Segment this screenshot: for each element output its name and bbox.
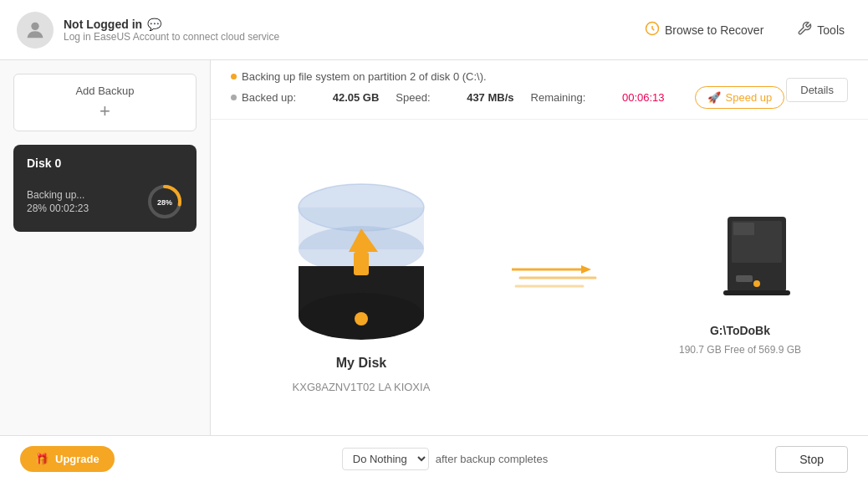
disk-item-backing: Backing up...: [27, 189, 89, 201]
svg-rect-24: [733, 223, 754, 235]
details-button[interactable]: Details: [786, 78, 848, 102]
speed-up-button[interactable]: 🚀 Speed up: [695, 86, 785, 109]
svg-marker-18: [581, 265, 591, 274]
user-status-text: Not Logged in: [64, 18, 142, 31]
header-actions: Browse to Recover Tools: [638, 18, 851, 42]
stop-button[interactable]: Stop: [775, 446, 848, 473]
disk-item[interactable]: Disk 0 Backing up... 28% 00:02:23 28%: [13, 145, 197, 232]
details-label: Details: [800, 84, 834, 96]
status-dot: [231, 95, 237, 100]
disk-item-title: Disk 0: [27, 156, 183, 170]
status-info-row: Backed up: 42.05 GB Speed: 437 MB/s Rema…: [242, 86, 784, 109]
disk-circle: 28%: [146, 183, 183, 220]
after-backup-text: after backup completes: [436, 453, 548, 465]
source-disk-svg: [278, 162, 445, 346]
svg-rect-14: [354, 252, 369, 275]
viz-area: My Disk KXG8AZNV1T02 LA KIOXIA: [211, 120, 868, 435]
sidebar: Add Backup + Disk 0 Backing up... 28% 00…: [0, 60, 211, 435]
upgrade-icon: 🎁: [35, 453, 49, 465]
remaining-label: Remaining:: [531, 91, 586, 104]
add-backup-button[interactable]: Add Backup +: [13, 74, 197, 131]
do-nothing-select[interactable]: Do Nothing: [342, 448, 429, 470]
user-icon: [23, 18, 47, 42]
status-right: Details: [786, 78, 848, 102]
add-backup-label: Add Backup: [75, 85, 134, 97]
dest-viz: G:\ToDoBk 190.7 GB Free of 569.9 GB: [679, 200, 801, 356]
app-header: Not Logged in 💬 Log in EaseUS Account to…: [0, 0, 868, 60]
svg-point-12: [355, 312, 368, 326]
dest-disk-svg: [682, 200, 799, 317]
upgrade-label: Upgrade: [55, 453, 100, 465]
remaining-value: 00:06:13: [622, 91, 665, 104]
user-section: Not Logged in 💬 Log in EaseUS Account to…: [17, 12, 279, 49]
svg-point-0: [31, 22, 38, 29]
source-disk-sub: KXG8AZNV1T02 LA KIOXIA: [293, 381, 431, 393]
status-line-1: Backing up file system on partition 2 of…: [231, 70, 784, 83]
upgrade-button[interactable]: 🎁 Upgrade: [20, 446, 115, 472]
backed-up-label: Backed up:: [242, 91, 296, 104]
transfer-indicator: [512, 261, 612, 295]
tools-label: Tools: [817, 23, 845, 37]
disk-item-status: Backing up... 28% 00:02:23: [27, 189, 89, 214]
status-dot-active: [231, 74, 237, 79]
svg-text:28%: 28%: [157, 198, 172, 207]
user-info: Not Logged in 💬 Log in EaseUS Account to…: [64, 18, 279, 43]
backed-up-value: 42.05 GB: [333, 91, 380, 104]
svg-point-22: [753, 280, 760, 287]
footer-center: Do Nothing after backup completes: [342, 448, 548, 470]
browse-recover-button[interactable]: Browse to Recover: [638, 18, 770, 42]
tools-button[interactable]: Tools: [790, 18, 851, 42]
plus-icon: +: [100, 102, 110, 120]
user-subtitle: Log in EaseUS Account to connect cloud s…: [64, 31, 279, 43]
rocket-icon: 🚀: [707, 91, 721, 104]
browse-recover-icon: [645, 21, 660, 38]
status-line1-text: Backing up file system on partition 2 of…: [242, 70, 487, 83]
source-disk-label: My Disk: [336, 356, 386, 371]
speed-label: Speed:: [396, 91, 430, 104]
user-status: Not Logged in 💬: [64, 18, 279, 31]
status-bar: Backing up file system on partition 2 of…: [211, 60, 868, 120]
speed-up-label: Speed up: [726, 91, 773, 104]
status-line-2: Backed up: 42.05 GB Speed: 437 MB/s Rema…: [231, 86, 784, 109]
stop-label: Stop: [799, 453, 824, 466]
main-content: Add Backup + Disk 0 Backing up... 28% 00…: [0, 60, 868, 435]
browse-recover-label: Browse to Recover: [665, 23, 763, 37]
tools-icon: [797, 21, 812, 38]
disk-item-bottom: Backing up... 28% 00:02:23 28%: [27, 183, 183, 220]
disk-item-progress: 28% 00:02:23: [27, 203, 89, 214]
svg-rect-23: [723, 290, 790, 295]
transfer-lines-svg: [512, 261, 612, 295]
speed-value: 437 MB/s: [467, 91, 513, 104]
dest-sub: 190.7 GB Free of 569.9 GB: [679, 344, 801, 356]
chat-icon: 💬: [147, 18, 161, 31]
source-disk-viz: My Disk KXG8AZNV1T02 LA KIOXIA: [278, 162, 445, 393]
status-left: Backing up file system on partition 2 of…: [231, 70, 784, 109]
avatar: [17, 12, 54, 49]
content-area: Backing up file system on partition 2 of…: [211, 60, 868, 435]
dest-label: G:\ToDoBk: [710, 324, 770, 337]
footer: 🎁 Upgrade Do Nothing after backup comple…: [0, 435, 868, 482]
svg-rect-21: [736, 275, 753, 282]
